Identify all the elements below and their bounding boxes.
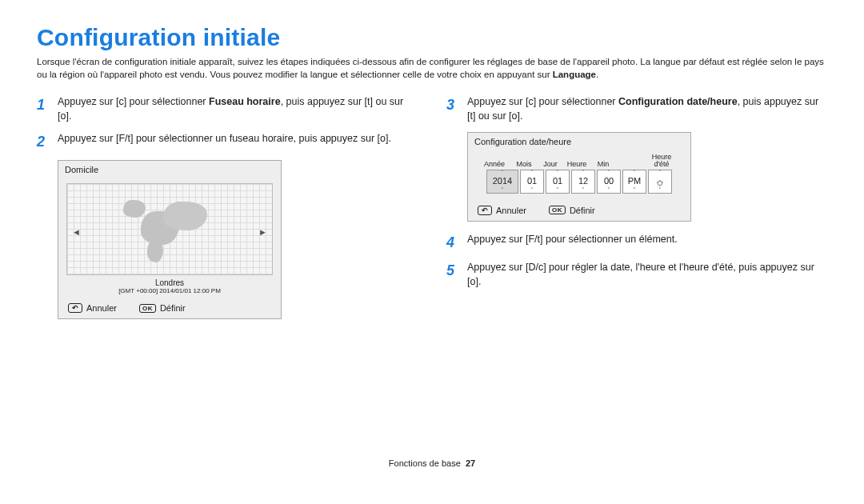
label-min: Min: [591, 160, 615, 168]
chevron-down-icon: ˅: [521, 187, 543, 194]
month-value: 01: [527, 176, 537, 186]
right-column: 3 Appuyez sur [c] pour sélectionner Conf…: [446, 95, 827, 330]
step-2: 2 Appuyez sur [F/t] pour sélectionner un…: [37, 132, 418, 153]
footer-page-number: 27: [466, 458, 475, 468]
label-month: Mois: [512, 160, 536, 168]
chevron-up-icon: ˄: [487, 170, 518, 176]
day-value: 01: [553, 176, 562, 186]
map-continent-shape: [123, 200, 146, 218]
page-title: Configuration initiale: [37, 24, 827, 51]
datetime-labels: Année Mois Jour Heure Min Heure d'été: [476, 154, 682, 170]
footer-section: Fonctions de base: [389, 458, 461, 468]
label-day: Jour: [538, 160, 562, 168]
label-hour: Heure: [565, 160, 589, 168]
page-footer: Fonctions de base 27: [37, 458, 827, 468]
panel-title: Domicile: [58, 161, 281, 178]
label-year: Année: [479, 160, 510, 168]
step-text: Appuyez sur [c] pour sélectionner Config…: [467, 95, 827, 124]
dst-toggle[interactable]: ˄☼˅: [648, 170, 672, 194]
back-icon: ↶: [478, 206, 492, 215]
chevron-down-icon: ˅: [649, 187, 671, 194]
intro-text: Lorsque l'écran de configuration initial…: [37, 57, 824, 79]
world-map[interactable]: ◄ ►: [66, 183, 273, 275]
left-column: 1 Appuyez sur [c] pour sélectionner Fuse…: [37, 95, 418, 330]
month-stepper[interactable]: ˄01˅: [520, 170, 544, 194]
step-text: Appuyez sur [c] pour sélectionner Fuseau…: [58, 95, 418, 124]
chevron-up-icon: ˄: [546, 170, 569, 176]
step-text: Appuyez sur [F/t] pour sélectionner un é…: [467, 233, 827, 254]
map-continent-shape: [163, 202, 207, 230]
sun-icon: ☼: [655, 175, 666, 188]
chevron-up-icon: ˄: [521, 170, 543, 176]
step-number: 4: [446, 233, 459, 254]
set-label: Définir: [160, 303, 186, 313]
cancel-button[interactable]: ↶ Annuler: [478, 206, 526, 215]
gmt-timestamp: [GMT +00:00] 2014/01/01 12:00 PM: [66, 287, 273, 294]
chevron-up-icon: ˄: [572, 170, 594, 176]
chevron-down-icon: ˅: [598, 187, 620, 194]
map-continent-shape: [147, 240, 163, 262]
set-button[interactable]: OK Définir: [139, 303, 186, 313]
hour-value: 12: [578, 176, 588, 186]
datetime-row: ˄2014˅ ˄01˅ ˄01˅ ˄12˅ ˄00˅ ˄PM˅ ˄☼˅: [476, 170, 682, 194]
step3-text-a: Appuyez sur [c] pour sélectionner: [467, 96, 618, 107]
datetime-panel: Configuration date/heure Année Mois Jour…: [467, 132, 691, 222]
step-number: 2: [37, 132, 50, 153]
cancel-label: Annuler: [86, 303, 117, 313]
back-icon: ↶: [68, 303, 82, 313]
chevron-down-icon: ˅: [572, 187, 594, 194]
set-button[interactable]: OK Définir: [549, 206, 595, 215]
ampm-value: PM: [628, 176, 642, 186]
hour-stepper[interactable]: ˄12˅: [571, 170, 595, 194]
chevron-up-icon: ˄: [598, 170, 620, 176]
minute-stepper[interactable]: ˄00˅: [597, 170, 621, 194]
map-arrow-right-icon[interactable]: ►: [258, 227, 267, 237]
intro-text-end: .: [596, 70, 598, 79]
step3-bold: Configuration date/heure: [618, 96, 738, 107]
step1-bold: Fuseau horaire: [209, 96, 281, 107]
intro-paragraph: Lorsque l'écran de configuration initial…: [37, 56, 827, 81]
step-number: 5: [446, 261, 459, 290]
selected-city: Londres: [66, 278, 273, 287]
chevron-down-icon: ˅: [487, 187, 518, 194]
step-number: 3: [446, 95, 459, 124]
step-text: Appuyez sur [F/t] pour sélectionner un f…: [58, 132, 418, 153]
intro-language-bold: Language: [553, 70, 596, 79]
step-number: 1: [37, 95, 50, 124]
cancel-button[interactable]: ↶ Annuler: [68, 303, 117, 313]
step-5: 5 Appuyez sur [D/c] pour régler la date,…: [446, 261, 827, 290]
ampm-stepper[interactable]: ˄PM˅: [622, 170, 646, 194]
panel-title: Configuration date/heure: [468, 133, 690, 150]
year-value: 2014: [493, 176, 512, 186]
year-stepper[interactable]: ˄2014˅: [486, 170, 518, 194]
chevron-down-icon: ˅: [623, 187, 646, 194]
day-stepper[interactable]: ˄01˅: [546, 170, 570, 194]
step-1: 1 Appuyez sur [c] pour sélectionner Fuse…: [37, 95, 418, 124]
chevron-down-icon: ˅: [546, 187, 569, 194]
timezone-panel: Domicile ◄ ► Londres [GMT +00:00] 2014/0…: [58, 160, 282, 319]
minute-value: 00: [604, 176, 614, 186]
step-4: 4 Appuyez sur [F/t] pour sélectionner un…: [446, 233, 827, 254]
step-text: Appuyez sur [D/c] pour régler la date, l…: [467, 261, 827, 290]
chevron-up-icon: ˄: [649, 170, 671, 176]
map-arrow-left-icon[interactable]: ◄: [72, 227, 81, 237]
step-3: 3 Appuyez sur [c] pour sélectionner Conf…: [446, 95, 827, 124]
label-dst: Heure d'été: [644, 154, 679, 168]
chevron-up-icon: ˄: [623, 170, 646, 176]
step1-text-a: Appuyez sur [c] pour sélectionner: [58, 96, 209, 107]
ok-icon: OK: [549, 206, 566, 214]
ok-icon: OK: [139, 304, 156, 313]
cancel-label: Annuler: [496, 206, 526, 215]
set-label: Définir: [570, 206, 595, 215]
